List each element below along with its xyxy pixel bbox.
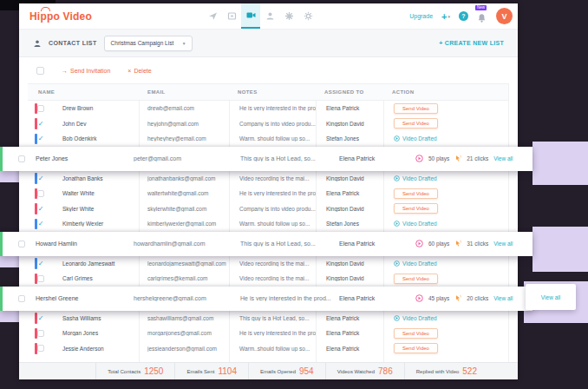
assigned-to: Elena Patrick: [316, 190, 383, 196]
table-row[interactable]: ✓ Howard Hamlin howardhamlin@gmail.com T…: [0, 232, 532, 256]
row-checkbox-cell: ✓: [28, 314, 54, 322]
row-checkbox[interactable]: [18, 241, 25, 247]
row-checkbox-checked-icon[interactable]: ✓: [38, 120, 44, 128]
send-video-button[interactable]: Send Video: [394, 103, 438, 114]
footer-stat: Videos Watched 786: [325, 363, 404, 379]
plays-icon: [415, 294, 423, 302]
contact-email: skylerwhite@gmail.com: [139, 206, 229, 212]
row-checkbox-cell: ✓: [28, 275, 54, 282]
send-video-button[interactable]: Send Video: [394, 274, 438, 284]
upgrade-link[interactable]: Upgrade: [409, 13, 433, 19]
select-all-checkbox[interactable]: [36, 67, 44, 75]
send-video-button[interactable]: Send Video: [394, 203, 438, 214]
glow-patch: [0, 256, 19, 267]
video-drafted-label: Video Drafted: [402, 315, 437, 321]
stat-value: 1104: [218, 366, 237, 376]
row-checkbox-checked-icon[interactable]: ✓: [38, 135, 44, 142]
list-select-dropdown[interactable]: Christmas Campaign List ▾: [104, 36, 193, 51]
table-row[interactable]: ✓ Hershel Greene hershelgreene@gmail.com…: [0, 287, 532, 311]
new-badge: New: [475, 5, 487, 11]
table-row[interactable]: ✓ Jonathan Banks jonathanbanks@gmail.com…: [28, 171, 508, 187]
send-video-button[interactable]: Send Video: [394, 343, 438, 353]
row-checkbox-checked-icon[interactable]: ✓: [38, 260, 44, 267]
nav-videos[interactable]: [241, 3, 260, 29]
contact-note: Warm. should follow up so...: [229, 221, 316, 227]
screen-icon: [227, 11, 237, 21]
nav-screen-record[interactable]: [222, 3, 241, 29]
row-checkbox[interactable]: [37, 345, 44, 352]
col-action: ACTION: [383, 89, 509, 95]
video-drafted-label: Video Drafted: [402, 221, 437, 227]
video-drafted-status: Video Drafted: [394, 135, 437, 142]
contact-name: Carl Grimes: [54, 275, 139, 281]
row-checkbox-checked-icon[interactable]: ✓: [38, 220, 44, 227]
top-right-actions: Upgrade + ▾ ? New V: [409, 8, 513, 24]
row-checkbox[interactable]: [37, 275, 44, 282]
col-notes: NOTES: [229, 89, 316, 95]
contact-email: jonathanbanks@gmail.com: [139, 175, 229, 181]
nav-contacts[interactable]: [260, 3, 279, 29]
avatar[interactable]: V: [496, 8, 513, 24]
row-checkbox[interactable]: [18, 295, 25, 302]
status-bar: [0, 287, 3, 311]
contact-name: Drew Brown: [54, 105, 139, 111]
delete-button[interactable]: × Delete: [127, 68, 151, 74]
table-row[interactable]: ✓ Carl Grimes carlgrimes@kemail.com Vide…: [28, 271, 508, 287]
row-checkbox-checked-icon[interactable]: ✓: [38, 314, 44, 322]
row-checkbox-checked-icon[interactable]: ✓: [38, 205, 44, 213]
row-checkbox-cell: ✓: [28, 205, 54, 213]
stat-label: Videos Watched: [337, 369, 375, 374]
create-new-list-button[interactable]: + CREATE NEW LIST: [439, 40, 504, 46]
plays-count: 60 plays: [428, 241, 449, 247]
notifications-button[interactable]: New: [477, 11, 487, 22]
nav-integrations[interactable]: [279, 3, 298, 29]
glow-patch: [0, 311, 19, 322]
table-row[interactable]: ✓ Walter White waltertwhite@gmail.com He…: [28, 186, 508, 201]
contact-name: Leonardo Jameswatt: [54, 260, 139, 267]
stat-label: Total Contacts: [108, 369, 140, 374]
stat-label: Emails Sent: [186, 369, 214, 374]
help-button[interactable]: ?: [459, 11, 468, 21]
table-row[interactable]: ✓ Kimberly Wexler kimberlywexler@gmail.c…: [28, 216, 508, 232]
table-row[interactable]: ✓ Skyler White skylerwhite@gmail.com Com…: [28, 201, 508, 217]
view-all-link[interactable]: View all: [493, 155, 513, 162]
table-row[interactable]: ✓ Bob Odenkirk heyheyhey@email.com Warm.…: [28, 131, 508, 147]
table-row[interactable]: ✓ Jessie Anderson jessieanderson@gmail.c…: [28, 341, 508, 357]
status-bar: [35, 219, 37, 230]
send-invitation-button[interactable]: → Send Invitation: [62, 68, 110, 74]
action-cell: Send Video Video Drafted 50 plays 21 cli…: [415, 155, 532, 163]
paper-plane-icon: [208, 11, 218, 21]
row-checkbox-checked-icon[interactable]: ✓: [38, 175, 44, 182]
view-all-link[interactable]: View all: [493, 241, 513, 247]
table-row[interactable]: ✓ Drew Brown drewb@email.com He is very …: [28, 101, 508, 116]
action-cell: Send Video Video Drafted View all: [383, 103, 508, 114]
row-checkbox[interactable]: [18, 155, 25, 162]
table-row[interactable]: ✓ John Dev heyjohn@gmail.com Company is …: [28, 116, 508, 132]
status-bar: [35, 203, 37, 214]
row-checkbox[interactable]: [37, 190, 44, 197]
row-checkbox-cell: ✓: [28, 220, 54, 227]
contact-note: He is very interested in the prod...: [229, 105, 316, 111]
row-checkbox[interactable]: [37, 330, 44, 337]
nav-campaigns[interactable]: [203, 3, 222, 29]
table-row[interactable]: ✓ Morgan Jones morganjones@gmail.com He …: [28, 326, 508, 341]
selected-list-name: Christmas Campaign List: [111, 40, 174, 46]
table-row[interactable]: ✓ Sasha Williams sashawilliams@gmail.com…: [28, 311, 508, 326]
nav-settings[interactable]: [298, 3, 317, 29]
row-checkbox[interactable]: [37, 105, 44, 112]
action-cell: Send Video Video Drafted View all: [383, 328, 508, 339]
contact-name: Kimberly Wexler: [54, 221, 139, 227]
people-icon: [265, 11, 275, 21]
contact-list-bar: CONTACT LIST Christmas Campaign List ▾ +…: [19, 30, 518, 57]
send-video-button[interactable]: Send Video: [394, 118, 438, 129]
view-all-link[interactable]: View all: [493, 295, 513, 301]
add-new-button[interactable]: + ▾: [441, 11, 450, 22]
send-video-button[interactable]: Send Video: [394, 328, 438, 339]
view-all-link[interactable]: View all: [541, 294, 560, 300]
table-row[interactable]: ✓ Peter Jones peter@gmail.com This guy i…: [0, 147, 532, 171]
table-row[interactable]: ✓ Leonardo Jameswatt leonardojameswatt@g…: [28, 256, 508, 272]
action-cell: Send Video Video Drafted 45 plays 20 cli…: [415, 294, 532, 303]
send-video-button[interactable]: Send Video: [394, 188, 438, 199]
row-checkbox-cell: ✓: [28, 105, 54, 112]
main-nav: [203, 3, 317, 29]
